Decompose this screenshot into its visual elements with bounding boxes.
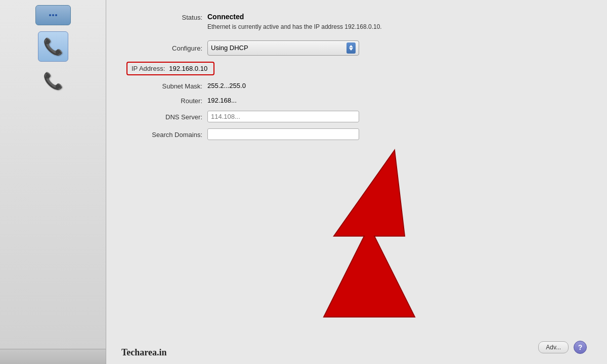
up-arrow-icon xyxy=(349,45,353,48)
dns-server-input[interactable] xyxy=(207,111,359,122)
sidebar: 📞 📞 xyxy=(0,0,106,364)
ip-highlight-box: IP Address: 192.168.0.10 xyxy=(126,62,214,75)
help-button[interactable]: ? xyxy=(574,341,587,354)
wifi-icon: 📞 xyxy=(43,71,63,90)
sidebar-item-ethernet[interactable]: 📞 xyxy=(38,31,68,62)
search-domains-row: Search Domains: xyxy=(126,128,587,140)
bottom-bar: Adv... ? xyxy=(538,341,587,354)
main-content: Status: Connected Ethernet is currently … xyxy=(106,0,607,364)
router-value: 192.168... xyxy=(207,97,237,104)
status-value: Connected xyxy=(207,13,382,21)
status-description: Ethernet is currently active and has the… xyxy=(207,23,382,31)
watermark-text: Techarea.in xyxy=(121,347,167,358)
nav-back-forward-button[interactable] xyxy=(35,5,71,25)
annotation-arrow-container xyxy=(258,145,470,324)
subnet-mask-row: Subnet Mask: 255.2...255.0 xyxy=(126,81,587,90)
dropdown-arrows-icon xyxy=(346,42,356,54)
svg-marker-0 xyxy=(324,150,415,317)
down-arrow-icon xyxy=(349,48,353,51)
configure-label: Configure: xyxy=(126,43,207,52)
configure-row: Configure: Using DHCP xyxy=(126,40,587,56)
dns-server-label: DNS Server: xyxy=(126,112,207,121)
status-row: Status: Connected Ethernet is currently … xyxy=(126,10,587,31)
sidebar-item-wifi[interactable]: 📞 xyxy=(38,66,68,96)
advanced-button[interactable]: Adv... xyxy=(538,341,569,353)
router-row: Router: 192.168... xyxy=(126,96,587,105)
red-arrow-icon xyxy=(258,145,470,322)
search-domains-input[interactable] xyxy=(207,128,359,140)
router-label: Router: xyxy=(126,96,207,105)
subnet-mask-label: Subnet Mask: xyxy=(126,81,207,90)
sidebar-bottom-bar xyxy=(0,349,106,364)
ip-address-value: 192.168.0.10 xyxy=(169,65,207,72)
dns-server-row: DNS Server: xyxy=(126,111,587,122)
search-domains-label: Search Domains: xyxy=(126,130,207,139)
ip-address-label: IP Address: xyxy=(132,65,169,72)
ip-address-row: IP Address: 192.168.0.10 xyxy=(126,62,587,75)
configure-dropdown[interactable]: Using DHCP xyxy=(207,40,359,56)
ethernet-icon: 📞 xyxy=(43,37,63,56)
subnet-mask-value: 255.2...255.0 xyxy=(207,82,246,89)
status-label: Status: xyxy=(126,13,207,21)
configure-value: Using DHCP xyxy=(211,44,248,52)
